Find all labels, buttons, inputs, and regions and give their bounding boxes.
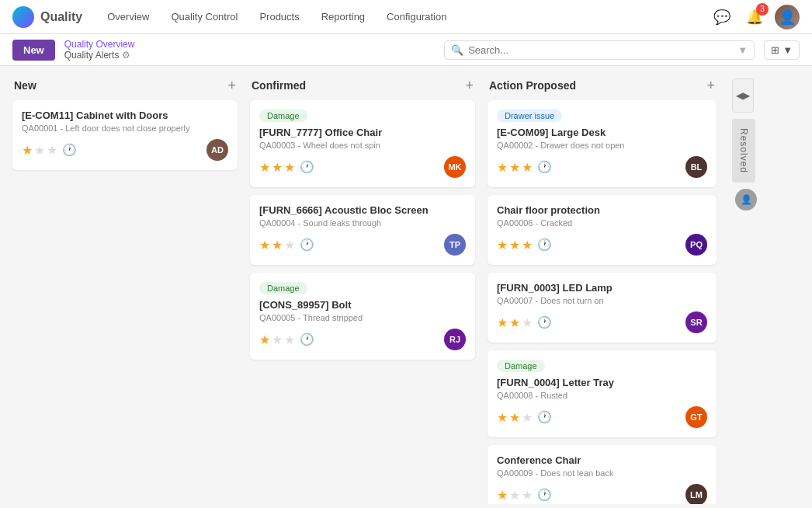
card-qa00008-footer: ★ ★ ★ 🕐 GT [497,406,707,428]
clock-icon: 🕐 [300,160,314,174]
notification-btn[interactable]: 🔔 3 [742,5,767,30]
clock-icon: 🕐 [537,238,552,252]
star-3: ★ [47,143,57,158]
card-qa00006-sub: QA00006 - Cracked [497,218,707,228]
column-action-proposed: Action Proposed + Drawer issue [E-COM09]… [488,78,717,504]
card-qa00009[interactable]: Conference Chair QA00009 - Does not lean… [488,445,717,504]
search-input[interactable] [468,44,734,56]
breadcrumb-top[interactable]: Quality Overview [64,39,135,50]
card-qa00005-stars: ★ ★ ★ [259,332,295,347]
nav-overview[interactable]: Overview [98,6,158,27]
card-qa00007-stars: ★ ★ ★ [497,315,533,330]
notification-badge: 3 [756,3,769,16]
column-new-add[interactable]: + [227,78,236,92]
card-qa00008-footer-left: ★ ★ ★ 🕐 [497,410,552,425]
card-qa00005-tag: Damage [259,282,307,294]
brand: Quality [12,6,82,28]
settings-icon[interactable]: ⚙ [122,50,130,61]
search-icon: 🔍 [451,44,463,56]
card-qa00009-title: Conference Chair [497,454,707,466]
star-3: ★ [522,238,533,252]
star-2: ★ [34,143,45,158]
search-dropdown-arrow[interactable]: ▼ [737,44,748,56]
new-button[interactable]: New [12,40,55,61]
card-qa00004-footer-left: ★ ★ ★ 🕐 [259,238,314,252]
card-qa00002[interactable]: Drawer issue [E-COM09] Large Desk QA0000… [488,100,717,187]
column-confirmed-add[interactable]: + [465,78,474,92]
card-qa00007-title: [FURN_0003] LED Lamp [497,282,707,294]
breadcrumb-current: Quality Alerts [64,50,120,61]
star-2: ★ [509,160,520,175]
star-2: ★ [272,332,283,347]
card-qa00002-avatar: BL [685,156,707,178]
card-qa00001-footer-left: ★ ★ ★ 🕐 [22,143,77,158]
card-qa00004[interactable]: [FURN_6666] Acoustic Bloc Screen QA00004… [250,195,475,265]
star-2: ★ [509,238,520,252]
card-qa00003-sub: QA00003 - Wheel does not spin [259,141,466,150]
star-3: ★ [522,160,533,175]
star-1: ★ [497,410,508,425]
card-qa00008-avatar: GT [685,406,707,428]
kanban-board: New + [E-COM11] Cabinet with Doors QA000… [0,66,812,504]
star-2: ★ [509,315,520,330]
collapse-btn[interactable]: ◀▶ [732,78,754,113]
card-qa00003[interactable]: Damage [FURN_7777] Office Chair QA00003 … [250,100,475,187]
resolved-column[interactable]: Resolved [732,119,755,183]
card-qa00005-footer: ★ ★ ★ 🕐 RJ [259,329,466,350]
column-confirmed: Confirmed + Damage [FURN_7777] Office Ch… [250,78,475,367]
star-3: ★ [522,315,533,330]
column-confirmed-title: Confirmed [252,79,306,92]
nav-configuration[interactable]: Configuration [377,6,456,27]
nav-reporting[interactable]: Reporting [312,6,374,27]
card-qa00006-title: Chair floor protection [497,204,707,216]
clock-icon: 🕐 [537,315,552,329]
card-qa00002-title: [E-COM09] Large Desk [497,127,707,138]
chat-icon-btn[interactable]: 💬 [710,5,734,30]
star-3: ★ [522,410,533,425]
star-1: ★ [259,160,270,175]
collapse-icon: ◀▶ [736,90,750,101]
clock-icon: 🕐 [300,332,314,346]
card-qa00008[interactable]: Damage [FURN_0004] Letter Tray QA00008 -… [488,350,717,437]
card-qa00006[interactable]: Chair floor protection QA00006 - Cracked… [488,195,717,265]
star-1: ★ [259,238,270,252]
card-qa00002-sub: QA00002 - Drawer does not open [497,141,707,150]
star-3: ★ [284,332,295,347]
card-qa00007[interactable]: [FURN_0003] LED Lamp QA00007 - Does not … [488,273,717,343]
card-qa00005[interactable]: Damage [CONS_89957] Bolt QA00005 - Threa… [250,273,475,360]
navbar-right: 💬 🔔 3 👤 [710,5,800,30]
star-1: ★ [22,143,33,158]
star-3: ★ [284,238,295,252]
card-qa00007-sub: QA00007 - Does not turn on [497,296,707,305]
view-dropdown-arrow: ▼ [783,44,793,56]
card-qa00001-footer: ★ ★ ★ 🕐 AD [22,139,228,161]
star-3: ★ [284,160,295,175]
kanban-view-icon: ⊞ [771,44,779,56]
card-qa00003-footer: ★ ★ ★ 🕐 MK [259,156,466,178]
card-qa00001-title: [E-COM11] Cabinet with Doors [22,110,228,121]
card-qa00009-stars: ★ ★ ★ [497,488,533,503]
nav-quality-control[interactable]: Quality Control [161,6,247,27]
search-bar: 🔍 ▼ [444,40,755,60]
card-qa00006-stars: ★ ★ ★ [497,238,533,252]
card-qa00009-avatar: LM [685,484,707,504]
breadcrumb-bottom: Quality Alerts ⚙ [64,50,135,61]
card-qa00001[interactable]: [E-COM11] Cabinet with Doors QA00001 - L… [12,100,238,170]
nav-products[interactable]: Products [250,6,308,27]
card-qa00003-stars: ★ ★ ★ [259,160,295,175]
user-avatar[interactable]: 👤 [775,5,800,30]
brand-name: Quality [40,10,82,24]
resolved-avatar[interactable]: 👤 [735,189,757,211]
card-qa00008-tag: Damage [497,360,545,372]
clock-icon: 🕐 [537,160,552,174]
card-qa00007-footer: ★ ★ ★ 🕐 SR [497,311,707,333]
view-toggle[interactable]: ⊞ ▼ [764,40,800,60]
column-action-proposed-header: Action Proposed + [488,78,717,92]
column-new: New + [E-COM11] Cabinet with Doors QA000… [12,78,238,178]
column-action-proposed-add[interactable]: + [706,78,715,92]
main-nav: Overview Quality Control Products Report… [98,6,710,27]
card-qa00005-title: [CONS_89957] Bolt [259,299,466,311]
card-qa00001-avatar: AD [206,139,228,161]
card-qa00007-avatar: SR [685,311,707,333]
card-qa00006-footer: ★ ★ ★ 🕐 PQ [497,234,707,256]
